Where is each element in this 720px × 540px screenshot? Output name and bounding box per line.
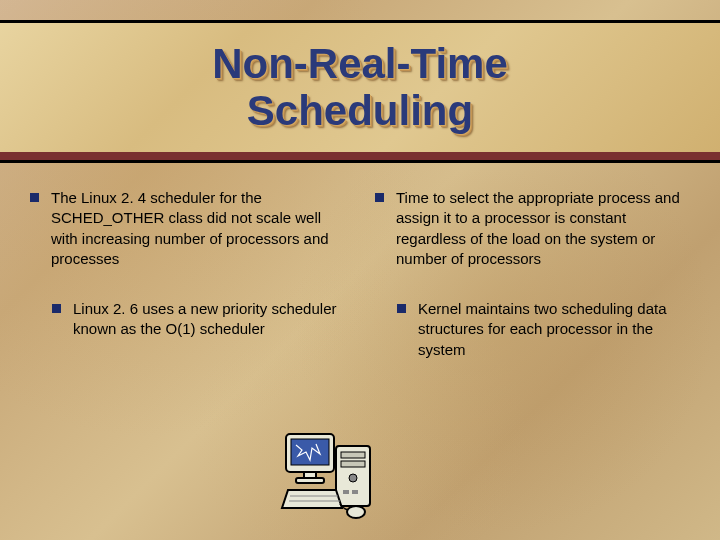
- bullet-item: The Linux 2. 4 scheduler for the SCHED_O…: [30, 188, 345, 269]
- bullet-item: Time to select the appropriate process a…: [375, 188, 690, 269]
- content-area: The Linux 2. 4 scheduler for the SCHED_O…: [0, 160, 720, 360]
- bullet-text: Kernel maintains two scheduling data str…: [418, 299, 690, 360]
- slide-title: Non-Real-Time Scheduling: [212, 41, 508, 133]
- bullet-text: The Linux 2. 4 scheduler for the SCHED_O…: [51, 188, 345, 269]
- bullet-text: Time to select the appropriate process a…: [396, 188, 690, 269]
- bullet-text: Linux 2. 6 uses a new priority scheduler…: [73, 299, 345, 340]
- bullet-icon: [375, 193, 384, 202]
- right-column: Time to select the appropriate process a…: [375, 188, 690, 360]
- svg-rect-9: [296, 478, 324, 483]
- computer-clipart-icon: [278, 412, 388, 522]
- bullet-item: Linux 2. 6 uses a new priority scheduler…: [52, 299, 345, 340]
- title-band: Non-Real-Time Scheduling: [0, 20, 720, 160]
- bullet-icon: [397, 304, 406, 313]
- svg-rect-4: [343, 490, 349, 494]
- svg-rect-5: [352, 490, 358, 494]
- svg-point-3: [349, 474, 357, 482]
- left-column: The Linux 2. 4 scheduler for the SCHED_O…: [30, 188, 345, 360]
- svg-point-12: [347, 506, 365, 518]
- svg-rect-1: [341, 452, 365, 458]
- bullet-icon: [52, 304, 61, 313]
- bullet-item: Kernel maintains two scheduling data str…: [397, 299, 690, 360]
- bullet-icon: [30, 193, 39, 202]
- svg-rect-2: [341, 461, 365, 467]
